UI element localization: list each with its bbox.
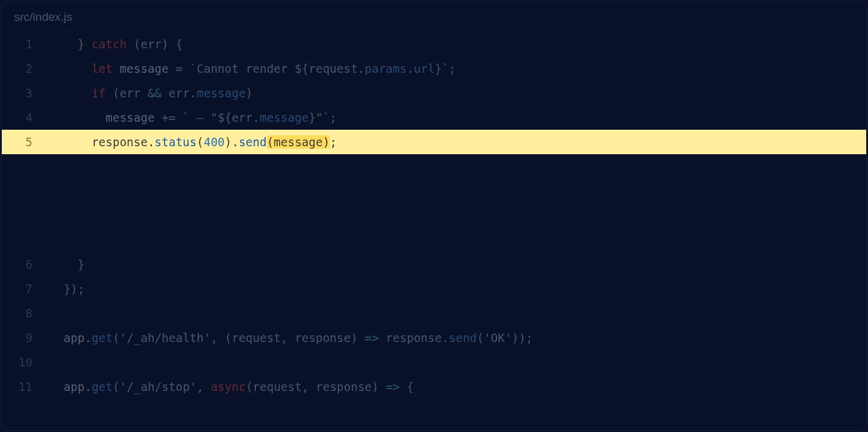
file-path: src/index.js <box>2 2 866 32</box>
code-line[interactable]: 3 if (err && err.message) <box>2 81 866 105</box>
code-content: response.status(400).send(message); <box>50 135 866 149</box>
code-line[interactable]: 6 } <box>2 252 866 277</box>
line-number: 9 <box>2 331 50 344</box>
editor-window: src/index.js 1 } catch (err) {2 let mess… <box>1 1 867 431</box>
code-line[interactable]: 1 } catch (err) { <box>2 32 866 56</box>
code-line[interactable]: 7 }); <box>2 277 866 301</box>
blank-region <box>2 154 866 252</box>
code-content: message += ` – "${err.message}"`; <box>50 111 866 124</box>
code-content: } catch (err) { <box>50 37 866 51</box>
code-content: app.get('/_ah/health', (request, respons… <box>50 331 866 344</box>
code-editor[interactable]: 1 } catch (err) {2 let message = `Cannot… <box>2 32 866 430</box>
code-line[interactable]: 11 app.get('/_ah/stop', async(request, r… <box>2 374 866 399</box>
code-line-highlighted[interactable]: 5 response.status(400).send(message); <box>2 130 866 154</box>
line-number: 5 <box>2 135 50 149</box>
code-content: let message = `Cannot render ${request.p… <box>50 62 866 75</box>
code-line[interactable]: 4 message += ` – "${err.message}"`; <box>2 105 866 130</box>
line-number: 11 <box>2 380 50 393</box>
line-number: 4 <box>2 111 50 124</box>
code-line[interactable]: 8 <box>2 301 866 326</box>
code-line[interactable]: 9 app.get('/_ah/health', (request, respo… <box>2 326 866 350</box>
code-content: if (err && err.message) <box>50 86 866 100</box>
code-line[interactable]: 10 <box>2 350 866 374</box>
highlight-mark: (message) <box>267 135 330 149</box>
code-content: } <box>50 258 866 271</box>
line-number: 6 <box>2 258 50 271</box>
line-number: 10 <box>2 356 50 369</box>
line-number: 8 <box>2 307 50 320</box>
code-content: app.get('/_ah/stop', async(request, resp… <box>50 380 866 393</box>
code-line[interactable]: 2 let message = `Cannot render ${request… <box>2 56 866 81</box>
line-number: 1 <box>2 37 50 51</box>
line-number: 7 <box>2 282 50 296</box>
line-number: 3 <box>2 86 50 100</box>
line-number: 2 <box>2 62 50 75</box>
code-content: }); <box>50 282 866 296</box>
